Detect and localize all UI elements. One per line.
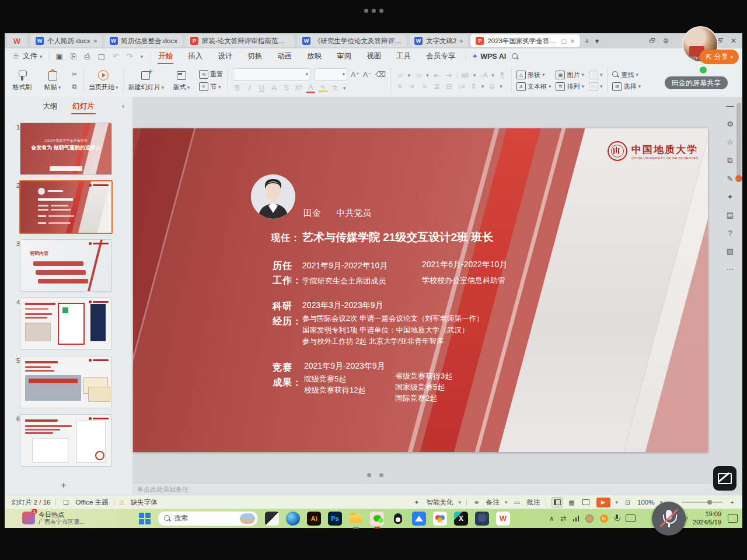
font-size-combobox[interactable]: ▾ <box>314 68 347 80</box>
slideshow-play-button[interactable]: ▶ <box>596 498 610 508</box>
vertical-scrollbar[interactable] <box>736 103 741 178</box>
play-from-current-button[interactable]: 当页开始▾ <box>89 69 118 92</box>
reading-view-button[interactable] <box>581 498 591 507</box>
scroll-position-indicator[interactable] <box>735 175 742 182</box>
save-icon[interactable]: ▣ <box>56 52 63 61</box>
qq-icon[interactable] <box>391 512 405 526</box>
slide-thumbnail-5[interactable] <box>20 356 112 408</box>
strikethrough-button[interactable]: A <box>270 84 278 92</box>
share-button[interactable]: ⇱ 分享 ▾ <box>700 50 739 64</box>
paragraph-mark-icon[interactable]: ¶ <box>498 71 507 79</box>
collapse-rail-icon[interactable]: — <box>727 102 734 110</box>
increase-indent-icon[interactable]: ⇥ <box>445 71 453 79</box>
zoom-in-icon[interactable]: + <box>728 498 736 507</box>
arrange-button[interactable]: ⧉排列▾ <box>556 82 584 91</box>
slide-sorter-view-button[interactable]: ▦ <box>567 498 577 507</box>
slide-thumbnail-1[interactable]: 2023年国家奖学金评审答辩 奋发有为 做朝气蓬勃的追梦人 <box>20 123 112 175</box>
textbox-button[interactable]: A文本框▾ <box>516 82 551 91</box>
normal-view-button[interactable] <box>551 497 563 508</box>
tab-member[interactable]: 会员专享 <box>418 49 463 64</box>
new-tab-button[interactable]: + <box>584 36 589 46</box>
object-properties-icon[interactable]: ⚙ <box>727 120 734 128</box>
quickbar-caret-icon[interactable]: ▾ <box>141 54 144 60</box>
reference-book-icon[interactable]: ▤ <box>727 211 734 219</box>
beautify-button[interactable]: 智能美化 <box>426 498 453 507</box>
smart-beautify-icon[interactable]: ✦ <box>727 192 734 201</box>
taskbar-clock[interactable]: 19:09 2024/5/19 <box>693 510 721 526</box>
wps-logo[interactable]: W <box>7 34 27 47</box>
slide-thumbnail-4[interactable] <box>20 298 112 350</box>
tab-view[interactable]: 视图 <box>359 49 389 64</box>
align-right-icon[interactable]: ≡ <box>420 82 429 90</box>
slide-thumbnail-3[interactable]: 答辩内容 <box>20 239 112 292</box>
help-icon[interactable]: ? <box>728 229 732 237</box>
justify-icon[interactable]: ≣ <box>432 82 441 90</box>
tab-review[interactable]: 审阅 <box>329 49 359 64</box>
text-shadow-button[interactable]: S <box>282 84 291 92</box>
tab-tools[interactable]: 工具 <box>389 49 418 64</box>
underline-button[interactable]: U <box>257 84 266 92</box>
blue-mountain-app-icon[interactable] <box>412 512 426 526</box>
notes-placeholder[interactable]: 单击此处添加备注 <box>132 483 726 495</box>
superscript-button[interactable]: X² <box>294 84 303 92</box>
tab-home[interactable]: 开始 <box>151 49 180 64</box>
start-button[interactable] <box>139 513 151 524</box>
copy-icon[interactable]: ⧉ <box>70 82 79 91</box>
file-menu[interactable]: ☰ 文件 ▾ <box>5 51 48 61</box>
decrease-indent-icon[interactable]: ⇤ <box>432 71 441 79</box>
skin-theme-icon[interactable]: ▧ <box>727 247 734 256</box>
bold-button[interactable]: B <box>233 84 242 92</box>
shape-library-icon[interactable]: ⧉ <box>727 156 732 165</box>
italic-button[interactable]: I <box>245 84 254 92</box>
font-color-button[interactable]: A <box>306 83 315 93</box>
contact-tray-icon[interactable] <box>585 514 594 523</box>
notification-center-icon[interactable] <box>728 514 738 523</box>
missing-font-warning[interactable]: 缺失字体 <box>130 498 157 507</box>
outline-tab[interactable]: 大纲 <box>43 102 57 111</box>
tab-doc-5[interactable]: W 文字文稿2 <box>409 34 468 47</box>
more-tools-icon[interactable]: ⋯ <box>727 265 734 274</box>
reset-slide-button[interactable]: ⟲重置 <box>199 70 223 79</box>
tab-slideshow[interactable]: 放映 <box>299 49 329 64</box>
picture-button[interactable]: ▦图片▾ <box>556 71 584 79</box>
align-text-icon[interactable]: ⊜ <box>487 82 496 90</box>
microphone-tray-icon[interactable] <box>615 514 619 522</box>
x-app-icon[interactable]: X <box>454 512 468 526</box>
tab-transition[interactable]: 切换 <box>240 49 270 64</box>
illustrator-icon[interactable]: Ai <box>307 512 321 526</box>
decrease-font-icon[interactable]: A⁻ <box>363 70 372 79</box>
photoshop-icon[interactable]: Ps <box>328 512 342 526</box>
annotation-pen-icon[interactable]: ✎ <box>727 174 734 183</box>
select-button[interactable]: ⊞选择▾ <box>612 82 641 91</box>
find-button[interactable]: 查找▾ <box>612 71 641 79</box>
tab-design[interactable]: 设计 <box>210 49 240 64</box>
file-explorer-icon[interactable] <box>349 512 363 526</box>
paste-button[interactable]: 粘贴▾ <box>40 69 65 92</box>
tab-insert[interactable]: 插入 <box>180 49 210 64</box>
microphone-muted-button[interactable] <box>652 502 686 536</box>
wps-app-icon[interactable]: W <box>496 512 510 526</box>
tab-doc-active-ppt[interactable]: P 2023年国家奖学金答辩-国 ▢ ✕ <box>470 34 580 47</box>
zoom-slider-knob[interactable] <box>707 500 712 505</box>
print-icon[interactable]: ⎙ <box>84 52 90 61</box>
font-family-combobox[interactable]: ▾ <box>233 68 310 80</box>
zoom-level[interactable]: 100% <box>637 499 654 506</box>
highlight-color-button[interactable]: ✎ <box>319 84 327 92</box>
person-name-line[interactable]: 田金 中共党员 <box>303 208 371 219</box>
display-tray-icon[interactable] <box>626 514 636 522</box>
tab-doc-3[interactable]: P 胶装-论文答辩评审指南范本.pdf <box>185 34 295 47</box>
slides-tab[interactable]: 幻灯片 <box>72 102 95 111</box>
search-icon[interactable] <box>512 53 519 60</box>
current-position-value[interactable]: 艺术与传媒学院 21级交互设计2班 班长 <box>302 230 493 245</box>
redo-icon[interactable]: ↷ <box>127 52 133 61</box>
char-spacing-icon[interactable]: ab <box>461 71 470 79</box>
task-view-button[interactable] <box>265 512 279 526</box>
shapes-button[interactable]: △形状▾ <box>516 71 551 79</box>
close-window-icon[interactable]: ✕ <box>731 37 736 45</box>
theme-name[interactable]: Office 主题 <box>75 498 108 507</box>
restore-window-icon[interactable]: 🗗 <box>649 37 656 45</box>
new-slide-button[interactable]: 新建幻灯片▾ <box>128 69 165 92</box>
tab-close-icon[interactable]: ✕ <box>570 38 575 44</box>
tray-toggle-icon[interactable]: ⇄ <box>561 514 567 523</box>
edge-browser-icon[interactable] <box>286 512 300 526</box>
